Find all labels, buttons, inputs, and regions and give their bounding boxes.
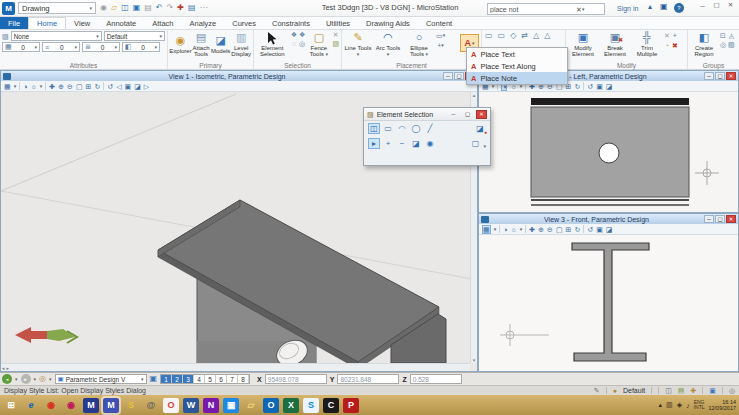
connect-icon[interactable]: ▣ [660,3,668,11]
minimize-button[interactable]: ─ [696,1,709,10]
clip-volume-icon[interactable]: ◪ [134,83,141,90]
view-toggle-4[interactable]: 4 [194,375,205,383]
menu-item-place-text-along[interactable]: A Place Text Along [467,60,567,72]
onenote-icon[interactable]: N [203,398,219,413]
select-mode-new-icon[interactable]: ▸ [368,138,380,149]
tray-show-hidden-icon[interactable]: ▴ [659,401,663,409]
workflow-selector[interactable]: Drawing ▾ [18,2,96,14]
drop-element-icon[interactable]: ◬ [728,32,735,39]
scroll-right-icon[interactable]: ▸ [7,365,10,371]
collapse-ribbon-icon[interactable]: ▴ [648,3,652,11]
extend-icon[interactable]: ✕ [664,32,670,39]
view-previous-icon[interactable]: ↺ [587,83,593,90]
dialog-expand-icon[interactable]: ▾ [483,143,486,149]
lock-icon[interactable]: ● [613,387,617,394]
add-to-group-icon[interactable]: ◎ [720,41,726,48]
view-next-icon[interactable]: ◁ [116,83,121,90]
view-close-button[interactable]: ✕ [726,72,736,80]
element-selection-button[interactable]: Element Selection [256,31,289,58]
shape-tools-icon[interactable]: ▭▾ [436,32,445,39]
app-o-icon[interactable]: O [163,398,179,413]
select-mode-line-icon[interactable]: ◎ [299,40,305,47]
line-tools-button[interactable]: ✎ Line Tools ▾ [344,31,372,58]
beam-front-section[interactable] [572,243,649,361]
scroll-up-icon[interactable]: ▴ [473,92,476,98]
user-icon[interactable]: ◉ [100,4,107,12]
view-minimize-button[interactable]: ─ [704,215,714,223]
select-mode-clear-icon[interactable]: ◉ [424,138,436,149]
beam-left-view-hole[interactable] [599,143,619,163]
view-restore-button[interactable]: ▢ [715,215,725,223]
redo-icon[interactable]: ↷ [167,4,174,12]
line-style-select[interactable]: ≡ 0 ▾ [42,42,80,52]
select-mode-block-icon[interactable]: ❖ [291,31,297,38]
view-menu-icon[interactable] [3,73,11,80]
view-2-canvas[interactable] [479,92,738,212]
element-selection-dialog[interactable]: ▨ Element Selection ─ ▢ ✕ ◫ ▭ ◠ ◯ ╱ ◪● ▸… [363,107,491,166]
tab-attach[interactable]: Attach [144,17,181,29]
tab-utilities[interactable]: Utilities [318,17,358,29]
scale-element-icon[interactable]: △ [533,32,539,40]
dialog-titlebar[interactable]: ▨ Element Selection ─ ▢ ✕ [364,108,490,121]
element-template-select[interactable]: None ▾ [11,31,102,41]
chevron-down-icon[interactable]: ▾ [582,7,585,12]
line-weight-select[interactable]: ≣ 0 ▾ [82,42,120,52]
point-tools-icon[interactable]: +▾ [436,42,445,49]
app-gray-icon[interactable]: @ [143,398,159,413]
app-c-icon[interactable]: C [323,398,339,413]
fence-tools-button[interactable]: ▢ Fence Tools ▾ [307,31,330,58]
copy-view-icon[interactable]: ▣ [596,226,603,233]
view-restore-button[interactable]: ▢ [715,72,725,80]
dialog-maximize-button[interactable]: ▢ [462,110,473,119]
select-mode-shape-icon[interactable]: ❖ [299,31,305,38]
pin-icon[interactable]: ✚ [177,4,184,12]
select-mode-subtract-icon[interactable]: − [396,138,408,149]
chevron-down-icon[interactable]: ▾ [15,376,18,382]
select-method-block-icon[interactable]: ▭ [382,123,394,134]
zoom-out-icon[interactable]: ⊖ [67,83,73,90]
zoom-in-icon[interactable]: ⊕ [538,226,544,233]
view-3-canvas[interactable] [479,235,738,371]
chevron-down-icon[interactable]: ▾ [494,226,497,232]
save-icon[interactable]: ◫ [121,4,129,12]
snap-mode-icon[interactable]: ✎ [594,387,600,394]
scroll-down-icon[interactable]: ▾ [473,357,476,363]
copy-icon[interactable]: ▤ [144,4,152,12]
chevron-down-icon[interactable]: ▾ [40,83,43,89]
copy-element-icon[interactable]: ▭ [498,32,506,40]
print-icon[interactable]: ▤ [188,4,196,12]
clip-volume-icon[interactable]: ◪ [606,83,613,90]
tab-analyze[interactable]: Analyze [182,17,225,29]
powerpoint-icon[interactable]: P [343,398,359,413]
maximize-button[interactable]: ▢ [710,1,723,10]
tab-annotate[interactable]: Annotate [98,17,144,29]
view-lighting-icon[interactable]: ☼ [510,226,516,233]
dialog-close-button[interactable]: ✕ [476,110,487,119]
array-element-icon[interactable]: △ [544,32,550,40]
select-mode-add-icon[interactable]: + [382,138,394,149]
window-area-icon[interactable]: ▢ [76,83,83,90]
level-display-button[interactable]: ▥ Level Display [231,31,251,58]
sign-in-link[interactable]: Sign in [617,5,638,12]
tab-curves[interactable]: Curves [224,17,264,29]
tray-volume-icon[interactable]: ♪ [686,402,690,409]
outlook-icon[interactable]: O [263,398,279,413]
insert-vertex-icon[interactable]: + [672,32,678,39]
save-status-icon[interactable]: ◫ [665,387,672,394]
modify-element-button[interactable]: ▣ Modify Element [568,31,598,58]
clip-volume-icon[interactable]: ◪ [606,226,613,233]
delete-element-icon[interactable]: ✖ [672,42,678,49]
start-button[interactable]: ⊞ [3,398,19,413]
view-restore-button[interactable]: ▢ [454,72,464,80]
view-toggle-2[interactable]: 2 [172,375,183,383]
display-style-icon[interactable]: ◎ [39,375,46,383]
x-coordinate-field[interactable]: 95498.078 [265,374,327,384]
rotate-view-icon[interactable]: ↻ [574,83,580,90]
zoom-out-icon[interactable]: ⊖ [547,226,553,233]
view-menu-icon[interactable] [481,216,489,223]
view-toggle-1[interactable]: 1 [161,375,172,383]
trim-multiple-button[interactable]: ╬ Trim Multiple [632,31,662,58]
back-button[interactable]: ◂ [2,374,12,384]
microstation-active-icon[interactable]: M [103,398,119,413]
break-element-button[interactable]: ▣ ✖ Break Element [600,31,630,58]
